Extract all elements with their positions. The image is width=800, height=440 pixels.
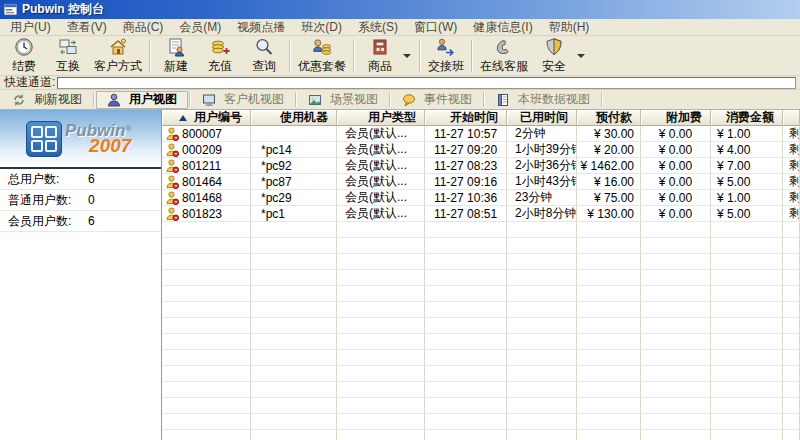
column-header-user-type[interactable]: 用户类型	[337, 110, 425, 126]
table-row[interactable]: 800007会员(默认...11-27 10:572分钟¥ 30.00¥ 0.0…	[162, 126, 800, 142]
view-tab-3[interactable]: 场景视图	[298, 91, 388, 109]
cell-user-id	[162, 302, 251, 317]
table-row[interactable]: 801823*pc1会员(默认...11-27 08:512小时8分钟¥ 130…	[162, 206, 800, 222]
toolbar-button-label: 交接班	[428, 58, 464, 75]
cell-start-time	[425, 398, 507, 413]
view-tab-1[interactable]: 用户视图	[96, 91, 188, 109]
cell-start-time	[425, 222, 507, 237]
view-tab-4[interactable]: 事件视图	[392, 91, 482, 109]
menu-item-7[interactable]: 窗口(W)	[406, 19, 465, 36]
cell-extra	[783, 286, 800, 301]
event-view-icon	[402, 93, 416, 107]
menu-item-9[interactable]: 帮助(H)	[541, 19, 598, 36]
menu-item-5[interactable]: 班次(D)	[293, 19, 350, 36]
view-tab-bar: 刷新视图用户视图客户机视图场景视图事件视图本班数据视图	[0, 90, 800, 110]
cell-user-type	[337, 222, 425, 237]
table-row-empty	[162, 382, 800, 398]
cell-text: ¥ 0.00	[659, 143, 692, 157]
cell-start-time	[425, 366, 507, 381]
column-header-extra[interactable]	[783, 110, 800, 126]
menu-item-4[interactable]: 视频点播	[229, 19, 293, 36]
cell-consume	[711, 302, 783, 317]
menu-item-8[interactable]: 健康信息(I)	[465, 19, 540, 36]
cell-extra	[783, 270, 800, 285]
cell-surcharge	[641, 286, 711, 301]
cell-start-time	[425, 414, 507, 429]
view-tab-label: 客户机视图	[224, 91, 284, 108]
cell-user-type: 会员(默认...	[337, 158, 425, 173]
promo-icon	[312, 37, 332, 57]
column-header-prepaid[interactable]: 预付款	[577, 110, 641, 126]
table-body: 800007会员(默认...11-27 10:572分钟¥ 30.00¥ 0.0…	[162, 126, 800, 440]
cell-machine: *pc29	[251, 190, 337, 205]
toolbar-button-1[interactable]: 互换	[46, 37, 90, 75]
table-row[interactable]: 801464*pc87会员(默认...11-27 09:161小时43分钟¥ 1…	[162, 174, 800, 190]
table-row-empty	[162, 350, 800, 366]
chevron-down-icon[interactable]	[577, 54, 585, 58]
table-row[interactable]: 000209*pc14会员(默认...11-27 09:201小时39分钟¥ 2…	[162, 142, 800, 158]
cell-machine	[251, 126, 337, 141]
cell-user-id	[162, 286, 251, 301]
cell-machine: *pc1	[251, 206, 337, 221]
menu-item-6[interactable]: 系统(S)	[350, 19, 406, 36]
cell-text: *pc92	[261, 159, 292, 173]
toolbar-button-4[interactable]: 充值	[198, 37, 242, 75]
toolbar-button-label: 安全	[542, 58, 566, 75]
title-bar[interactable]: Pubwin 控制台	[0, 0, 800, 19]
cell-text: 801468	[182, 191, 222, 205]
cell-text: 1小时43分钟	[515, 174, 577, 189]
toolbar-button-6[interactable]: 优惠套餐	[294, 37, 350, 75]
view-tab-label: 事件视图	[424, 91, 472, 108]
cell-text: ¥ 0.00	[659, 191, 692, 205]
toolbar-button-3[interactable]: 新建	[154, 37, 198, 75]
menu-item-0[interactable]: 用户(U)	[2, 19, 59, 36]
toolbar-button-5[interactable]: 查询	[242, 37, 286, 75]
column-header-machine[interactable]: 使用机器	[251, 110, 337, 126]
cell-surcharge	[641, 430, 711, 440]
quick-channel-input[interactable]	[57, 77, 796, 89]
cell-text: ¥ 5.00	[717, 175, 750, 189]
menu-item-3[interactable]: 会员(M)	[171, 19, 229, 36]
cell-used-time: 2小时8分钟	[507, 206, 577, 221]
column-header-surcharge[interactable]: 附加费	[641, 110, 711, 126]
menu-item-2[interactable]: 商品(C)	[115, 19, 172, 36]
toolbar-button-9[interactable]: 在线客服	[476, 37, 532, 75]
table-row-empty	[162, 254, 800, 270]
table-row[interactable]: 801468*pc29会员(默认...11-27 10:3623分钟¥ 75.0…	[162, 190, 800, 206]
user-row-icon	[166, 127, 179, 141]
view-tab-2[interactable]: 客户机视图	[192, 91, 294, 109]
cell-user-id: 800007	[162, 126, 251, 141]
cell-text: 2小时36分钟	[515, 158, 577, 173]
search-icon	[254, 37, 274, 57]
toolbar-button-7[interactable]: 商品	[358, 37, 402, 75]
cell-machine	[251, 414, 337, 429]
cell-user-type	[337, 302, 425, 317]
table-row-empty	[162, 286, 800, 302]
column-header-used-time[interactable]: 已用时间	[507, 110, 577, 126]
toolbar-button-0[interactable]: 结费	[2, 37, 46, 75]
cell-text: ¥ 75.00	[594, 191, 634, 205]
column-header-user-id[interactable]: 用户编号	[162, 110, 251, 126]
cell-consume	[711, 366, 783, 381]
cell-text: 2小时8分钟	[515, 206, 576, 221]
toolbar-button-2[interactable]: 客户方式	[90, 37, 146, 75]
column-header-consume[interactable]: 消费金额	[711, 110, 783, 126]
view-tab-5[interactable]: 本班数据视图	[486, 91, 600, 109]
cell-consume	[711, 238, 783, 253]
view-tab-0[interactable]: 刷新视图	[2, 91, 92, 109]
cell-surcharge	[641, 302, 711, 317]
cell-text: 剩	[789, 126, 800, 141]
app-icon	[3, 2, 18, 17]
viewbar-separator	[93, 92, 95, 107]
menu-item-1[interactable]: 查看(V)	[59, 19, 115, 36]
cell-consume: ¥ 7.00	[711, 158, 783, 173]
toolbar-separator	[149, 40, 151, 72]
toolbar-button-8[interactable]: 交接班	[424, 37, 468, 75]
chevron-down-icon[interactable]	[403, 54, 411, 58]
column-header-start-time[interactable]: 开始时间	[425, 110, 507, 126]
toolbar-button-10[interactable]: 安全	[532, 37, 576, 75]
table-row-empty	[162, 222, 800, 238]
table-row[interactable]: 801211*pc92会员(默认...11-27 08:232小时36分钟¥ 1…	[162, 158, 800, 174]
cell-used-time	[507, 414, 577, 429]
cell-extra: 剩	[783, 142, 800, 157]
